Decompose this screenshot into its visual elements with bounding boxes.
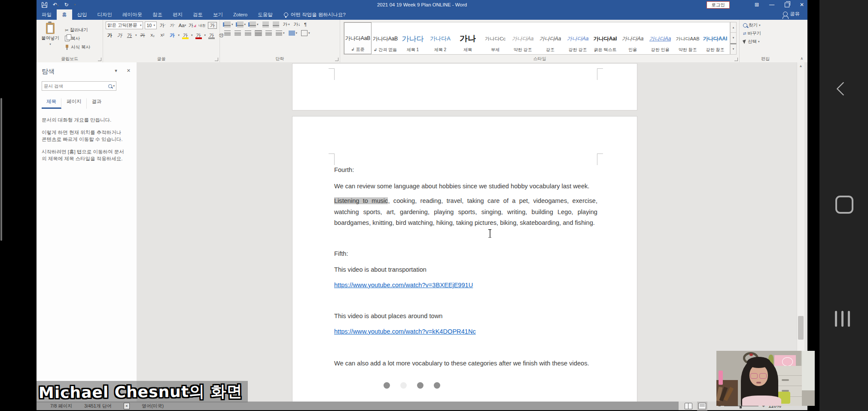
language-indicator[interactable]: 영어(미국): [142, 403, 164, 409]
align-right-button[interactable]: [245, 31, 251, 36]
tab-layout[interactable]: 레이아웃: [117, 9, 147, 20]
style-normal[interactable]: 가나다AaB↲ 표준: [344, 22, 372, 54]
tab-file[interactable]: 파일: [37, 9, 57, 20]
tab-references[interactable]: 참조: [147, 9, 168, 20]
collapse-ribbon-button[interactable]: ∧: [800, 56, 803, 61]
align-left-button[interactable]: [224, 31, 231, 36]
nav-pane-options-icon[interactable]: ▾: [115, 68, 117, 74]
font-color-button[interactable]: 가: [195, 31, 203, 39]
strikethrough-button[interactable]: 가: [139, 31, 147, 39]
style-intense-emphasis[interactable]: 가나다Aa강한 강조: [564, 22, 591, 54]
highlight-color-button[interactable]: 가: [181, 31, 189, 39]
change-case-button[interactable]: Aa▾: [178, 21, 186, 29]
search-icon[interactable]: [108, 84, 112, 88]
edge-scrollbar[interactable]: [0, 98, 2, 241]
close-button[interactable]: ✕: [800, 2, 804, 8]
justify-button[interactable]: [255, 31, 262, 36]
tab-mailings[interactable]: 편지: [168, 9, 188, 20]
login-button[interactable]: 로그인: [707, 1, 730, 9]
minimize-button[interactable]: —: [769, 2, 774, 8]
gallery-up-icon[interactable]: ▴: [730, 22, 737, 33]
character-shading-button[interactable]: 가: [207, 31, 216, 39]
align-center-button[interactable]: [235, 31, 241, 36]
font-size-combobox[interactable]: 10▾: [145, 21, 157, 29]
underline-button[interactable]: 가: [125, 31, 134, 39]
nav-tab-results[interactable]: 결과: [87, 98, 107, 109]
nav-pane-close-icon[interactable]: ✕: [127, 68, 131, 74]
recent-apps-icon[interactable]: [835, 311, 850, 327]
format-painter-button[interactable]: 서식 복사: [64, 44, 91, 51]
style-quote[interactable]: 가나다Aa인용: [619, 22, 646, 54]
share-button[interactable]: 공유: [783, 11, 800, 17]
ribbon-display-options-button[interactable]: ⊞: [755, 2, 759, 8]
dialog-launcher-icon[interactable]: [734, 58, 738, 61]
print-layout-icon[interactable]: [698, 403, 706, 409]
back-icon[interactable]: [836, 82, 850, 96]
style-subtitle[interactable]: 가나다Cc부제: [481, 22, 509, 54]
font-name-combobox[interactable]: 맑은 고딕(본문▾: [106, 21, 143, 29]
tab-design[interactable]: 디자인: [92, 9, 118, 20]
gallery-more-icon[interactable]: ▾: [730, 43, 737, 55]
document-page[interactable]: Fourth: We can review some language abou…: [292, 116, 637, 402]
line-spacing-button[interactable]: ▾: [276, 31, 285, 36]
document-page-previous[interactable]: [292, 63, 637, 110]
increase-indent-button[interactable]: [273, 22, 279, 27]
find-button[interactable]: 찾기▾: [742, 22, 789, 29]
style-intense-reference[interactable]: 가나다AAI강한 참조: [701, 22, 729, 54]
grow-font-button[interactable]: 가ˆ: [158, 21, 167, 29]
dialog-launcher-icon[interactable]: [98, 58, 101, 61]
sort-button[interactable]: 가↓: [294, 21, 301, 28]
scrollbar-thumb[interactable]: [798, 316, 804, 340]
borders-button[interactable]: ▾: [301, 30, 310, 36]
shrink-font-button[interactable]: 가ˇ: [168, 21, 177, 29]
cut-button[interactable]: ✂잘라내기: [64, 27, 91, 34]
tab-help[interactable]: 도움말: [253, 9, 278, 20]
subscript-button[interactable]: X₂: [149, 31, 157, 39]
style-subtle-reference[interactable]: 가나다AAB약한 참조: [674, 22, 701, 54]
numbering-button[interactable]: ▾: [237, 22, 246, 27]
superscript-button[interactable]: X²: [158, 31, 167, 39]
style-heading-1[interactable]: 가나다제목 1: [399, 22, 426, 54]
bullets-button[interactable]: ▾: [224, 22, 233, 27]
asian-layout-button[interactable]: 가▾: [283, 21, 290, 28]
multilevel-list-button[interactable]: ▾: [250, 22, 259, 27]
search-input[interactable]: [42, 83, 108, 89]
youtube-link[interactable]: https://www.youtube.com/watch?v=kK4DOPR4…: [334, 328, 476, 335]
replace-button[interactable]: ⇄바꾸기: [742, 30, 789, 37]
paste-button[interactable]: 붙여넣기 ▾: [39, 21, 61, 55]
tab-zotero[interactable]: Zotero: [228, 9, 253, 20]
document-search-box[interactable]: ▾: [42, 81, 116, 91]
tab-view[interactable]: 보기: [208, 9, 228, 20]
restore-button[interactable]: [785, 3, 789, 7]
style-strong[interactable]: 가나다AaI굵은 텍스트: [591, 22, 619, 54]
tab-review[interactable]: 검토: [188, 9, 208, 20]
select-button[interactable]: 선택▾: [742, 38, 789, 45]
copy-button[interactable]: 복사: [64, 35, 91, 42]
shading-button[interactable]: ▾: [289, 31, 298, 36]
proofing-status-icon[interactable]: ✕: [124, 403, 130, 409]
style-title[interactable]: 가나제목: [454, 22, 481, 54]
style-subtle-emphasis[interactable]: 가나다Aa약한 강조: [509, 22, 536, 54]
decrease-indent-button[interactable]: [262, 22, 269, 27]
phonetic-guide-button[interactable]: 내천: [198, 21, 206, 29]
style-heading-2[interactable]: 가나다A제목 2: [426, 22, 454, 54]
tab-home[interactable]: 홈: [57, 9, 72, 20]
nav-tab-headings[interactable]: 제목: [42, 98, 61, 109]
style-no-spacing[interactable]: 가나다AaB↲ 간격 없음: [372, 22, 399, 54]
search-dropdown-icon[interactable]: ▾: [113, 84, 115, 88]
dialog-launcher-icon[interactable]: [335, 58, 338, 61]
character-border-button[interactable]: 가: [208, 22, 217, 29]
nav-tab-pages[interactable]: 페이지: [62, 98, 87, 109]
text-effects-button[interactable]: 가: [168, 31, 177, 39]
style-intense-quote[interactable]: 가나다Aa강한 인용: [646, 22, 674, 54]
word-count[interactable]: 3/451개 단어: [84, 403, 112, 409]
gallery-down-icon[interactable]: ▾: [730, 33, 737, 43]
distribute-button[interactable]: [265, 31, 272, 36]
bold-button[interactable]: 가: [106, 31, 114, 39]
home-icon[interactable]: [835, 196, 853, 214]
scroll-up-icon[interactable]: ▲: [797, 62, 804, 69]
italic-button[interactable]: 가: [116, 31, 124, 39]
youtube-link[interactable]: https://www.youtube.com/watch?v=3BXEEjE9…: [334, 282, 473, 288]
tell-me-box[interactable]: 어떤 작업을 원하시나요?: [284, 9, 346, 20]
style-emphasis[interactable]: 가나다Aa강조: [536, 22, 564, 54]
